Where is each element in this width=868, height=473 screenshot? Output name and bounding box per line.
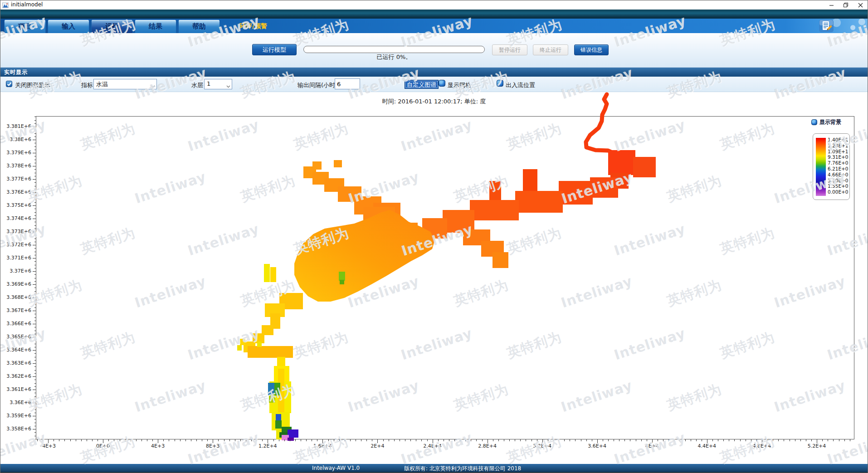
x-tick-label: 5.2E+4	[796, 443, 837, 449]
y-minor-tick	[34, 130, 36, 130]
x-tick	[48, 439, 49, 443]
x-minor-tick	[163, 439, 164, 441]
y-minor-tick	[34, 252, 36, 252]
x-minor-tick	[416, 439, 416, 441]
x-tick-label: -4E+3	[28, 443, 68, 449]
x-minor-tick	[328, 439, 329, 441]
x-minor-tick	[108, 439, 109, 441]
window-controls	[824, 0, 868, 10]
colorbar-value: 1.55E+0	[828, 183, 848, 189]
x-minor-tick	[850, 439, 850, 441]
x-minor-tick	[224, 439, 224, 441]
output-interval-label: 输出间隔(小时)	[297, 81, 337, 89]
x-minor-tick	[240, 439, 241, 441]
x-minor-tick	[235, 439, 235, 441]
indicator-select[interactable]: 水温	[93, 79, 157, 89]
y-minor-tick	[34, 396, 36, 397]
menu-tab-project[interactable]: 项目	[4, 20, 46, 33]
x-minor-tick	[740, 439, 741, 441]
error-info-button[interactable]: 错误信息	[574, 44, 609, 55]
close-graph-label: 关闭图形显示	[15, 81, 50, 89]
x-minor-tick	[559, 439, 559, 441]
x-minor-tick	[526, 439, 526, 441]
x-minor-tick	[702, 439, 702, 441]
y-minor-tick	[34, 314, 36, 314]
y-minor-tick	[34, 137, 36, 137]
y-minor-tick	[34, 347, 36, 347]
x-minor-tick	[70, 439, 71, 441]
output-interval-input[interactable]	[335, 78, 360, 89]
x-minor-tick	[603, 439, 603, 441]
minimize-button[interactable]	[824, 0, 839, 10]
x-tick-label: 3.2E+4	[522, 443, 563, 449]
x-minor-tick	[630, 439, 630, 441]
x-tick	[542, 439, 543, 443]
x-minor-tick	[180, 439, 180, 441]
southern-tail	[237, 293, 303, 441]
x-minor-tick	[405, 439, 405, 441]
flow-position-toggle-icon[interactable]	[497, 80, 503, 87]
colorbar-values: 1.40E+11.24E+11.09E+19.31E+07.76E+06.21E…	[828, 137, 848, 195]
x-minor-tick	[147, 439, 147, 441]
y-minor-tick	[34, 340, 36, 341]
layer-select[interactable]: 1	[204, 79, 232, 89]
show-background-label: 显示背景	[819, 118, 841, 126]
x-tick-label: 0E+0	[83, 443, 123, 449]
x-tick-label: 2.8E+4	[467, 443, 508, 449]
show-grid-label: 显示网格	[448, 81, 471, 89]
y-minor-tick	[34, 222, 36, 222]
x-minor-tick	[339, 439, 340, 441]
y-minor-tick	[34, 423, 36, 423]
app-version: Intelway-AW V1.0	[312, 465, 360, 471]
x-minor-tick	[438, 439, 439, 441]
y-tick-label: 3.365E+6	[0, 334, 31, 340]
x-tick	[213, 439, 213, 443]
x-minor-tick	[454, 439, 455, 441]
x-minor-tick	[641, 439, 642, 441]
x-minor-tick	[751, 439, 751, 441]
y-minor-tick	[34, 182, 36, 183]
close-button[interactable]	[853, 0, 868, 10]
pause-run-button[interactable]: 暂停运行	[492, 44, 527, 55]
show-background-toggle-icon[interactable]	[811, 119, 817, 125]
x-minor-tick	[570, 439, 570, 441]
y-minor-tick	[34, 202, 36, 203]
stop-run-button[interactable]: 终止运行	[533, 44, 568, 55]
close-graph-checkbox[interactable]	[6, 81, 12, 87]
x-minor-tick	[290, 439, 290, 441]
menu-tab-result[interactable]: 结果	[135, 20, 176, 33]
custom-palette-button[interactable]: 自定义图谱	[405, 80, 439, 89]
run-model-button[interactable]: 运行模型	[252, 44, 297, 55]
x-minor-tick	[81, 439, 82, 441]
y-minor-tick	[34, 436, 36, 436]
menu-tab-run[interactable]: 运行	[91, 20, 133, 33]
x-tick	[597, 439, 598, 443]
x-minor-tick	[383, 439, 384, 441]
maximize-button[interactable]	[839, 0, 853, 10]
legend-header: 显示背景	[811, 118, 841, 126]
run-toolbar: 运行模型 已运行 0%。 暂停运行 终止运行 错误信息	[0, 33, 868, 68]
x-minor-tick	[284, 439, 285, 441]
indicator-value: 水温	[96, 81, 108, 88]
y-minor-tick	[34, 406, 36, 406]
show-grid-toggle-icon[interactable]	[439, 80, 445, 87]
x-minor-tick	[361, 439, 361, 441]
y-minor-tick	[34, 291, 36, 292]
y-tick-label: 3.379E+6	[0, 150, 31, 156]
menu-tab-help[interactable]: 帮助	[178, 20, 220, 33]
y-tick-label: 3.362E+6	[0, 373, 31, 380]
menu-tab-input[interactable]: 输入	[48, 20, 89, 33]
x-minor-tick	[394, 439, 395, 441]
x-minor-tick	[685, 439, 686, 441]
x-minor-tick	[444, 439, 444, 441]
x-minor-tick	[312, 439, 312, 441]
x-minor-tick	[196, 439, 197, 441]
y-tick	[33, 416, 36, 416]
active-module-label[interactable]: 环评/预警	[239, 22, 267, 30]
y-minor-tick	[34, 366, 36, 367]
x-minor-tick	[822, 439, 823, 441]
x-minor-tick	[301, 439, 301, 441]
y-tick-label: 3.368E+6	[0, 294, 31, 301]
colorbar-value: 1.09E+1	[828, 149, 848, 155]
document-edit-icon[interactable]	[819, 19, 834, 33]
